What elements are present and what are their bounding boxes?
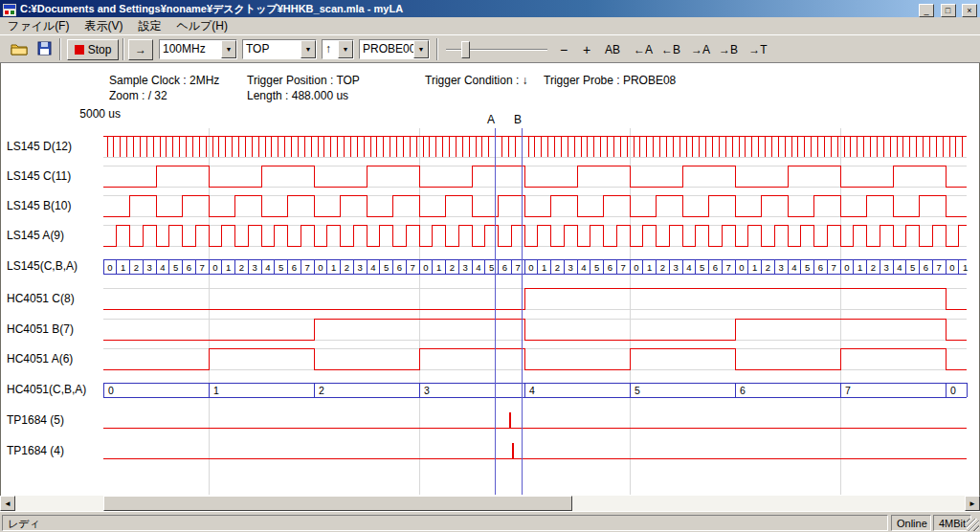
svg-text:6: 6: [713, 262, 718, 273]
horizontal-scrollbar[interactable]: ◄ ►: [0, 496, 980, 511]
statusbar: レディ Online 4MBit: [0, 511, 980, 532]
chevron-down-icon: ▼: [338, 40, 353, 58]
goto-cursor-b-right-button[interactable]: →B: [715, 40, 742, 59]
svg-text:5: 5: [594, 262, 599, 273]
svg-text:4: 4: [370, 262, 375, 273]
floppy-disk-icon: [37, 41, 52, 58]
minimize-button[interactable]: _: [919, 4, 934, 17]
svg-text:2: 2: [319, 385, 324, 396]
channel-label-ls145-d: LS145 D(12): [7, 140, 72, 153]
svg-text:1: 1: [752, 262, 757, 273]
scroll-right-icon[interactable]: ►: [965, 496, 980, 511]
svg-text:0: 0: [108, 385, 114, 396]
svg-text:2: 2: [239, 262, 244, 273]
svg-text:4: 4: [686, 262, 691, 273]
sample-clock-select[interactable]: 100MHz ▼: [159, 39, 237, 59]
svg-text:1: 1: [647, 262, 652, 273]
window-controls: _ □ ×: [917, 0, 977, 17]
app-icon: [3, 3, 16, 15]
open-file-button[interactable]: [8, 38, 31, 61]
channel-label-tp1684-4: TP1684 (4): [7, 444, 64, 457]
goto-trigger-button[interactable]: →T: [745, 40, 771, 59]
menu-help[interactable]: ヘルプ(H): [168, 17, 235, 34]
svg-text:2: 2: [134, 262, 139, 273]
menu-file[interactable]: ファイル(F): [0, 17, 77, 34]
trigger-probe-value: PROBE00: [360, 40, 413, 58]
svg-text:3: 3: [778, 262, 783, 273]
zoom-in-button[interactable]: +: [576, 40, 597, 59]
svg-text:7: 7: [831, 262, 835, 273]
toolbar-separator: [59, 38, 61, 60]
trigger-probe-info: Trigger Probe : PROBE08: [544, 74, 676, 87]
titlebar: C:¥Documents and Settings¥noname¥デスクトップ¥…: [0, 0, 980, 17]
channel-label-hc4051-b: HC4051 B(7): [7, 322, 74, 336]
svg-text:7: 7: [725, 262, 730, 273]
svg-text:0: 0: [950, 385, 956, 396]
svg-text:6: 6: [502, 262, 507, 273]
zoom-out-button[interactable]: −: [553, 40, 574, 59]
maximize-button[interactable]: □: [941, 4, 956, 17]
chevron-down-icon: ▼: [413, 40, 429, 58]
scroll-left-icon[interactable]: ◄: [0, 496, 15, 511]
trigger-probe-select[interactable]: PROBE00 ▼: [359, 39, 430, 59]
menu-settings[interactable]: 設定: [130, 17, 168, 34]
svg-text:6: 6: [187, 262, 191, 273]
save-button[interactable]: [33, 38, 56, 61]
sample-clock-value: 100MHz: [160, 40, 221, 58]
scrollbar-thumb[interactable]: [103, 496, 572, 511]
svg-text:0: 0: [318, 262, 323, 273]
goto-cursor-b-left-button[interactable]: ←B: [657, 40, 684, 59]
svg-text:1: 1: [963, 262, 968, 273]
length-info: Length : 488.000 us: [247, 89, 348, 102]
sample-clock-info: Sample Clock : 2MHz: [109, 74, 219, 87]
svg-text:2: 2: [345, 262, 349, 273]
channel-label-ls145-c: LS145 C(11): [7, 169, 71, 183]
goto-cursor-a-right-button[interactable]: →A: [687, 40, 714, 59]
channel-label-ls145-bus: LS145(C,B,A): [7, 259, 78, 273]
svg-text:2: 2: [766, 262, 770, 273]
stop-label: Stop: [88, 43, 112, 56]
goto-cursor-a-left-button[interactable]: ←A: [630, 40, 657, 59]
svg-text:5: 5: [384, 262, 389, 273]
trigger-condition-info: Trigger Condition : ↓: [425, 74, 528, 87]
svg-text:0: 0: [212, 262, 217, 273]
svg-text:B: B: [514, 113, 522, 126]
zoom-info: Zoom : / 32: [109, 89, 167, 102]
svg-text:3: 3: [462, 262, 467, 273]
svg-text:1: 1: [331, 262, 336, 273]
svg-text:1: 1: [436, 262, 441, 273]
ab-cursors-button[interactable]: AB: [600, 40, 625, 59]
toolbar: Stop → 100MHz ▼ TOP ▼ ↑ ▼ PROBE00 ▼ − + …: [0, 34, 980, 63]
resize-grip[interactable]: [967, 519, 979, 531]
svg-text:6: 6: [292, 262, 297, 273]
svg-text:5: 5: [489, 262, 494, 273]
svg-text:1: 1: [121, 262, 125, 273]
zoom-slider[interactable]: [446, 40, 547, 59]
stop-icon: [75, 45, 84, 55]
close-button[interactable]: ×: [962, 4, 977, 17]
status-online-badge: Online: [891, 515, 931, 531]
menubar: ファイル(F) 表示(V) 設定 ヘルプ(H): [0, 17, 980, 34]
menu-view[interactable]: 表示(V): [77, 17, 130, 34]
svg-text:5: 5: [700, 262, 704, 273]
channel-label-ls145-b: LS145 B(10): [7, 199, 71, 212]
trigger-position-select[interactable]: TOP ▼: [242, 39, 317, 59]
svg-text:5: 5: [173, 262, 178, 273]
svg-text:0: 0: [528, 262, 533, 273]
trigger-edge-select[interactable]: ↑ ▼: [322, 39, 354, 59]
svg-text:7: 7: [199, 262, 204, 273]
svg-text:3: 3: [424, 385, 430, 396]
svg-text:4: 4: [265, 262, 270, 273]
svg-text:7: 7: [845, 385, 851, 396]
status-ready-text: レディ: [2, 515, 888, 531]
run-arrow-icon: →: [135, 43, 146, 56]
channel-label-hc4051-a: HC4051 A(6): [7, 352, 73, 366]
svg-text:5: 5: [910, 262, 915, 273]
svg-text:2: 2: [871, 262, 876, 273]
channel-label-hc4051-bus: HC4051(C,B,A): [7, 383, 86, 396]
window-title: C:¥Documents and Settings¥noname¥デスクトップ¥…: [20, 2, 917, 16]
stop-button[interactable]: Stop: [67, 39, 119, 60]
zoom-slider-thumb[interactable]: [461, 41, 470, 58]
svg-text:7: 7: [410, 262, 414, 273]
run-button[interactable]: →: [128, 39, 153, 60]
